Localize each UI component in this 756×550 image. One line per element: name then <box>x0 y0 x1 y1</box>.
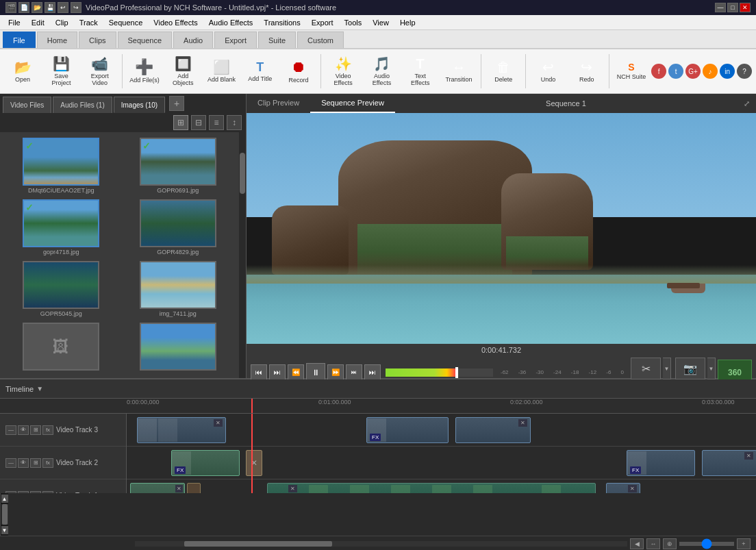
tab-audio[interactable]: Audio <box>173 32 213 48</box>
video-effects-button[interactable]: ✨ Video Effects <box>325 52 362 90</box>
progress-bar[interactable] <box>386 368 493 377</box>
snapshot-dropdown[interactable]: ▼ <box>707 358 716 379</box>
track2-transition[interactable]: ✕ <box>246 450 262 476</box>
step-back-button[interactable]: ⏪ <box>288 364 304 381</box>
menu-file[interactable]: File <box>3 15 26 30</box>
redo-title-icon[interactable]: ↪ <box>71 2 81 13</box>
expand-preview-button[interactable]: ⤢ <box>737 94 756 113</box>
menu-transitions[interactable]: Transitions <box>258 15 305 30</box>
thumb-item-2[interactable]: ✓ GOPR0691.jpg <box>123 138 234 194</box>
close-button[interactable]: ✕ <box>740 3 751 12</box>
thumb-image-1[interactable]: ✓ <box>23 138 99 186</box>
zoom-slider[interactable] <box>679 542 734 546</box>
grid-view-large[interactable]: ⊞ <box>173 115 188 130</box>
thumb-item-4[interactable]: GOPR4829.jpg <box>123 199 234 255</box>
add-files-button[interactable]: ➕ Add File(s) <box>126 52 163 90</box>
track3-clip3[interactable]: ✕ <box>455 417 531 443</box>
social-icon-4[interactable]: ♪ <box>703 64 718 79</box>
redo-button[interactable]: ↪ Redo <box>568 52 605 90</box>
timeline-hscroll[interactable] <box>135 541 627 547</box>
tab-video-files[interactable]: Video Files <box>3 97 51 113</box>
go-start-button[interactable]: ⏮ <box>251 364 267 381</box>
scroll-thumb[interactable] <box>240 153 245 194</box>
hscroll-thumb[interactable] <box>184 541 332 547</box>
add-blank-button[interactable]: ⬜ Add Blank <box>203 52 240 90</box>
sequence-preview-tab[interactable]: Sequence Preview <box>310 94 395 113</box>
save-icon[interactable]: 💾 <box>45 2 55 13</box>
track2-fx[interactable]: fx <box>42 458 53 468</box>
split-dropdown[interactable]: ▼ <box>663 358 671 379</box>
thumb-item-5[interactable]: GOPR5045.jpg <box>5 261 117 317</box>
clip-preview-tab[interactable]: Clip Preview <box>247 94 310 113</box>
zoom-out-button[interactable]: ◀ <box>630 538 644 549</box>
track3-fx[interactable]: fx <box>42 425 53 435</box>
add-title-button[interactable]: T Add Title <box>242 52 279 90</box>
thumb-item-3[interactable]: ✓ gopr4718.jpg <box>5 199 117 255</box>
help-icon[interactable]: ? <box>737 64 752 79</box>
open-icon[interactable]: 📂 <box>32 2 42 13</box>
scroll-down[interactable]: ▼ <box>1 526 8 534</box>
track1-eye[interactable]: 👁 <box>18 491 29 494</box>
undo-title-icon[interactable]: ↩ <box>58 2 68 13</box>
audio-effects-button[interactable]: 🎵 Audio Effects <box>363 52 400 90</box>
go-end-button[interactable]: ⏭ <box>364 364 381 381</box>
zoom-orig-button[interactable]: ⊕ <box>663 538 677 549</box>
delete-button[interactable]: 🗑 Delete <box>485 52 522 90</box>
grid-view-small[interactable]: ⊟ <box>191 115 206 130</box>
track2-lock[interactable]: ⊞ <box>30 458 41 468</box>
social-icon-3[interactable]: G+ <box>685 64 701 79</box>
thumb-item-8[interactable] <box>123 323 234 372</box>
thumb-image-8[interactable] <box>140 323 216 371</box>
thumb-image-5[interactable] <box>23 261 99 309</box>
track1-fx[interactable]: fx <box>42 491 53 494</box>
menu-edit[interactable]: Edit <box>26 15 50 30</box>
scroll-up[interactable]: ▲ <box>1 495 8 503</box>
track2-clip3[interactable]: ✕ <box>702 450 756 476</box>
menu-export[interactable]: Export <box>306 15 339 30</box>
save-project-button[interactable]: 💾 Save Project <box>42 52 79 90</box>
thumb-image-6[interactable] <box>140 261 216 309</box>
tab-audio-files[interactable]: Audio Files (1) <box>53 97 112 113</box>
track2-clip2[interactable]: FX <box>627 450 695 476</box>
thumb-item-6[interactable]: img_7411.jpg <box>123 261 234 317</box>
track1-clip3[interactable]: ✕ <box>606 483 640 493</box>
thumbnail-scrollbar[interactable] <box>239 132 246 378</box>
open-button[interactable]: 📂 Open <box>4 52 41 90</box>
track2-eye[interactable]: 👁 <box>18 458 29 468</box>
track2-clip1[interactable]: FX <box>171 450 240 476</box>
add-file-tab-button[interactable]: + <box>169 96 184 111</box>
thumb-image-7[interactable]: 🖼 <box>23 323 99 371</box>
progress-handle[interactable] <box>455 367 458 378</box>
tab-clips[interactable]: Clips <box>79 32 116 48</box>
menu-help[interactable]: Help <box>394 15 421 30</box>
track1-clip1[interactable]: FX ✕ <box>130 483 185 493</box>
track3-clip2[interactable]: FX <box>366 417 449 443</box>
menu-clip[interactable]: Clip <box>50 15 74 30</box>
track1-lock[interactable]: ⊞ <box>30 491 41 494</box>
next-frame-button[interactable]: ⏭ <box>346 364 362 381</box>
track2-mute[interactable]: — <box>5 458 16 468</box>
track3-eye[interactable]: 👁 <box>18 425 29 435</box>
undo-button[interactable]: ↩ Undo <box>529 52 566 90</box>
step-forward-button[interactable]: ⏩ <box>327 364 344 381</box>
zoom-fit-button[interactable]: ↔ <box>646 538 660 549</box>
zoom-in-button[interactable]: + <box>737 538 751 549</box>
track1-transition[interactable]: ✕ <box>187 483 201 493</box>
menu-video-effects[interactable]: Video Effects <box>148 15 203 30</box>
minimize-button[interactable]: — <box>715 3 726 12</box>
social-icon-1[interactable]: f <box>651 64 666 79</box>
new-icon[interactable]: 📄 <box>18 2 29 13</box>
menu-sequence[interactable]: Sequence <box>103 15 149 30</box>
tab-export[interactable]: Export <box>214 32 257 48</box>
tracks-content[interactable]: ✕ FX ✕ FX ✕ <box>127 414 756 493</box>
track1-clip2[interactable]: FX ✕ <box>267 483 596 493</box>
export-video-button[interactable]: 📹 Export Video <box>81 52 118 90</box>
prev-frame-button[interactable]: ⏭ <box>269 364 286 381</box>
record-button[interactable]: ⏺ Record <box>280 52 317 90</box>
thumb-item-1[interactable]: ✓ DMqt6CiUEAAO2ET.jpg <box>5 138 117 194</box>
track3-lock[interactable]: ⊞ <box>30 425 41 435</box>
social-icon-5[interactable]: in <box>720 64 735 79</box>
maximize-button[interactable]: □ <box>727 3 738 12</box>
timeline-dropdown[interactable]: ▼ <box>36 385 43 392</box>
thumb-image-4[interactable] <box>140 199 216 247</box>
